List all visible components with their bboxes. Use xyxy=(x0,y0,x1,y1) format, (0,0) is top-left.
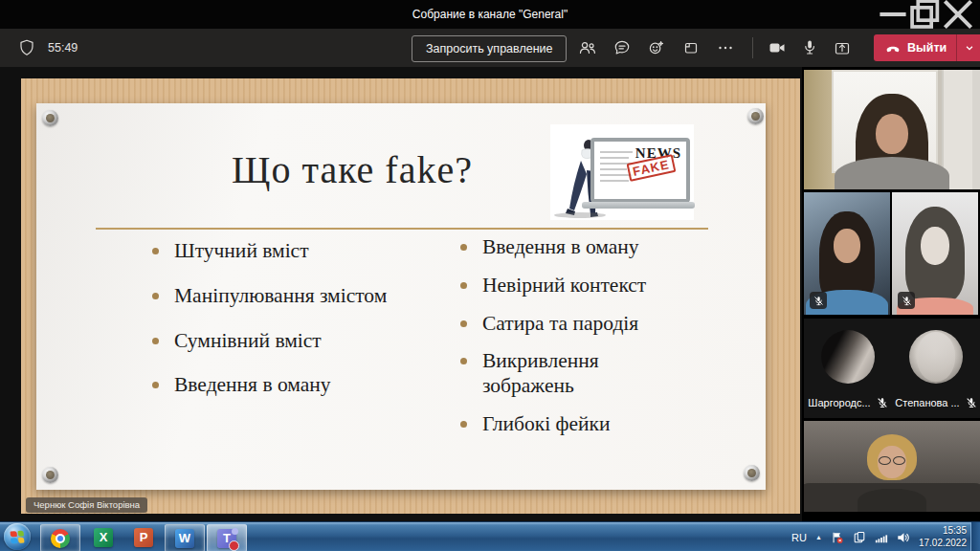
network-signal-icon[interactable] xyxy=(875,531,888,544)
powerpoint-icon: P xyxy=(134,528,153,547)
participant-face xyxy=(834,229,860,263)
participant-video-tile[interactable] xyxy=(804,70,980,189)
share-icon xyxy=(833,38,852,57)
mic-off-icon xyxy=(902,296,912,306)
man-shadow xyxy=(554,212,606,218)
hangup-icon xyxy=(885,42,901,54)
shield-icon xyxy=(17,38,36,57)
show-desktop-button[interactable] xyxy=(970,522,980,551)
participant-video-tile[interactable] xyxy=(804,421,980,512)
laptop-icon: NEWS FAKE xyxy=(590,138,690,209)
leave-main[interactable]: Выйти xyxy=(874,34,956,61)
participant-face xyxy=(921,227,949,265)
taskbar-teams-button[interactable]: T xyxy=(207,524,247,551)
breakout-rooms-button[interactable] xyxy=(681,38,701,57)
participant-name-row: Степанова ... xyxy=(892,397,980,408)
muted-badge xyxy=(810,292,827,309)
taskbar-clock[interactable]: 15:35 17.02.2022 xyxy=(919,525,967,549)
minimize-button[interactable] xyxy=(877,0,909,29)
microphone-button[interactable] xyxy=(800,38,819,57)
hidden-icons-button[interactable]: ▲ xyxy=(815,534,822,540)
grommet-bottom-right-icon xyxy=(744,465,760,481)
request-control-button[interactable]: Запросить управление xyxy=(412,35,567,62)
camera-icon xyxy=(768,38,787,57)
volume-icon[interactable] xyxy=(897,531,910,544)
bullet-item: Маніпулювання змістом xyxy=(149,284,396,309)
avatar xyxy=(821,330,875,384)
participant-video-tile[interactable] xyxy=(804,192,890,315)
shared-content-stage: Що таке fake? xyxy=(0,67,802,521)
laptop-screen: NEWS FAKE xyxy=(590,138,690,203)
bullet-item: Невірний контекст xyxy=(457,274,687,298)
taskbar-excel-button[interactable]: X xyxy=(84,524,122,550)
microphone-icon xyxy=(800,38,819,57)
restore-icon xyxy=(909,0,942,31)
action-center-flag-icon[interactable] xyxy=(831,531,844,544)
chat-icon xyxy=(612,38,632,57)
participant-audio-tile[interactable]: Степанова ... xyxy=(892,319,980,418)
chat-button[interactable] xyxy=(612,38,632,57)
taskbar-powerpoint-button[interactable]: P xyxy=(124,524,163,550)
rooms-icon xyxy=(681,38,701,57)
bullet-item: Викривлення зображень xyxy=(457,349,687,399)
people-icon xyxy=(578,38,597,57)
participant-audio-tile[interactable]: Шаргородс... xyxy=(804,319,892,418)
restore-button[interactable] xyxy=(909,0,942,29)
bullet-item: Сатира та пародія xyxy=(457,312,687,337)
mic-off-icon xyxy=(877,397,888,408)
fake-stamp: FAKE xyxy=(627,154,677,182)
more-options-button[interactable] xyxy=(716,38,735,57)
toolbar-av-cluster xyxy=(768,29,852,67)
presenter-name-badge: Чернюк Софія Вікторівна xyxy=(26,497,147,513)
toolbar-icon-cluster xyxy=(578,29,735,67)
participant-name-row: Шаргородс... xyxy=(804,397,892,408)
share-button[interactable] xyxy=(833,38,852,57)
taskbar-chrome-button[interactable] xyxy=(40,524,80,551)
bullet-item: Сумнівний вміст xyxy=(149,329,396,354)
participants-sidebar: Шаргородс... Степанова ... xyxy=(802,67,980,521)
muted-badge xyxy=(898,292,915,309)
window-titlebar: Собрание в канале "General" xyxy=(0,0,980,29)
glasses-icon xyxy=(879,456,905,465)
bullet-item: Штучний вміст xyxy=(149,239,396,264)
pending-updates-icon[interactable] xyxy=(853,531,866,544)
audio-participants-section: Шаргородс... Степанова ... xyxy=(804,319,980,418)
bullet-item: Введення в оману xyxy=(457,235,687,260)
title-divider-rule xyxy=(96,228,708,230)
reactions-icon xyxy=(647,38,666,57)
camera-button[interactable] xyxy=(768,38,787,57)
participant-video-tile[interactable] xyxy=(892,192,978,315)
toolbar-divider xyxy=(752,37,753,58)
leave-label: Выйти xyxy=(907,41,947,55)
mic-off-icon xyxy=(813,296,824,306)
excel-icon: X xyxy=(94,528,113,547)
leave-button[interactable]: Выйти xyxy=(874,34,980,61)
chevron-down-icon xyxy=(965,43,974,53)
participant-name: Шаргородс... xyxy=(808,397,870,408)
meeting-timer-group: 55:49 xyxy=(17,29,78,67)
participant-body xyxy=(835,157,949,189)
ellipsis-icon xyxy=(716,38,735,57)
leave-options-button[interactable] xyxy=(956,34,980,61)
participants-button[interactable] xyxy=(578,38,597,57)
meeting-timer: 55:49 xyxy=(48,41,78,55)
grommet-top-right-icon xyxy=(747,108,764,124)
close-icon xyxy=(942,0,974,31)
taskbar-word-button[interactable]: W xyxy=(165,524,205,551)
chrome-icon xyxy=(51,529,70,548)
reactions-button[interactable] xyxy=(647,38,666,57)
avatar xyxy=(909,330,963,384)
clock-date: 17.02.2022 xyxy=(919,538,967,550)
fake-news-illustration: NEWS FAKE xyxy=(550,124,694,220)
participant-name: Степанова ... xyxy=(895,397,959,408)
bullet-item: Глибокі фейки xyxy=(457,412,687,437)
grommet-bottom-left-icon xyxy=(42,467,58,483)
participant-body xyxy=(858,489,926,512)
windows-logo-icon xyxy=(11,530,25,543)
language-indicator[interactable]: RU xyxy=(791,532,807,543)
window-title: Собрание в канале "General" xyxy=(412,8,568,21)
close-button[interactable] xyxy=(942,0,974,29)
meeting-toolbar: 55:49 Запросить управление xyxy=(0,29,980,67)
start-button[interactable] xyxy=(4,523,31,550)
slide-background-board: Що таке fake? xyxy=(21,78,800,514)
